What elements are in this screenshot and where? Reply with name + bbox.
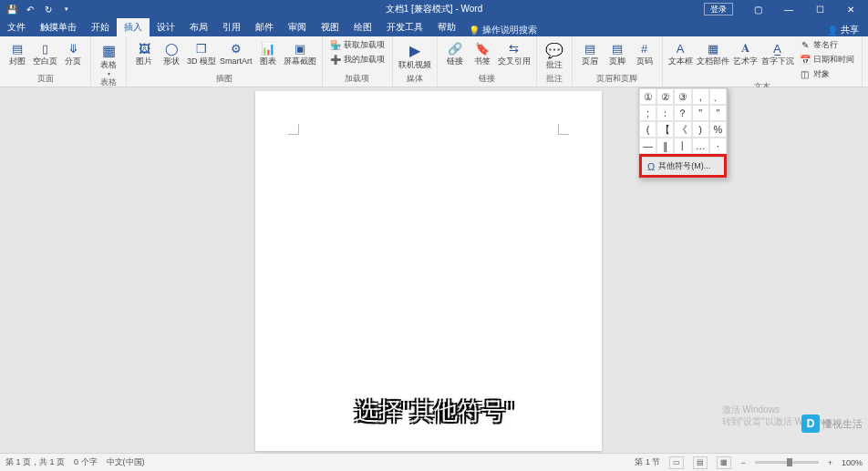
symbol-cell[interactable]: ②	[656, 88, 674, 105]
tab-help[interactable]: 帮助	[430, 18, 463, 36]
zoom-level[interactable]: 100%	[842, 458, 863, 467]
maximize-button[interactable]: ☐	[806, 1, 833, 17]
quick-access-toolbar: 💾 ↶ ↻ ▾	[0, 3, 73, 15]
undo-icon[interactable]: ↶	[24, 3, 36, 15]
symbol-cell[interactable]: —	[639, 138, 656, 154]
tab-mailings[interactable]: 邮件	[248, 18, 281, 36]
group-comments: 💬批注 批注	[537, 36, 573, 87]
tab-home[interactable]: 开始	[84, 18, 117, 36]
symbol-cell[interactable]: "	[692, 105, 709, 121]
login-button[interactable]: 登录	[704, 3, 733, 15]
tab-view[interactable]: 视图	[314, 18, 346, 36]
table-button[interactable]: ▦表格▾	[97, 38, 120, 77]
group-text: A文本框 ▦文档部件 𝐀艺术字 A̲首字下沉 ✎签名行 📅日期和时间 ◫对象 文…	[663, 36, 863, 87]
object-button[interactable]: ◫对象	[798, 67, 856, 81]
group-pages-label: 页面	[5, 73, 85, 86]
symbol-cell[interactable]: …	[692, 138, 709, 154]
symbol-cell[interactable]: 【	[656, 121, 674, 138]
blank-page-button[interactable]: ▯空白页	[33, 38, 57, 66]
tab-review[interactable]: 审阅	[281, 18, 314, 36]
tab-devtools[interactable]: 开发工具	[379, 18, 430, 36]
tab-design[interactable]: 设计	[150, 18, 182, 36]
symbol-cell[interactable]: ：	[656, 105, 674, 121]
tab-layout[interactable]: 布局	[182, 18, 215, 36]
symbol-cell[interactable]: ;	[639, 105, 656, 121]
symbol-cell[interactable]: "	[709, 105, 727, 121]
page-break-button[interactable]: ⤋分页	[61, 38, 85, 66]
tab-file[interactable]: 文件	[0, 18, 33, 36]
group-illustrations: 🖼图片 ◯形状 ❒3D 模型 ⚙SmartArt 📊图表 ▣屏幕截图 插图	[127, 36, 323, 87]
symbol-cell[interactable]: 《	[674, 121, 691, 138]
group-links-label: 链接	[443, 73, 531, 86]
tab-drawing[interactable]: 绘图	[346, 18, 379, 36]
header-button[interactable]: ▤页眉	[578, 38, 602, 66]
link-button[interactable]: 🔗链接	[443, 38, 467, 66]
textbox-icon: A	[672, 40, 688, 56]
shapes-button[interactable]: ◯形状	[160, 38, 183, 66]
symbol-cell[interactable]: (	[639, 121, 656, 138]
word-count-status[interactable]: 0 个字	[74, 456, 98, 468]
symbol-cell[interactable]: %	[709, 121, 727, 138]
signature-button[interactable]: ✎签名行	[798, 38, 856, 52]
footer-button[interactable]: ▤页脚	[605, 38, 629, 66]
tab-references[interactable]: 引用	[215, 18, 248, 36]
pictures-button[interactable]: 🖼图片	[132, 38, 156, 66]
share-label: 共享	[841, 24, 859, 36]
crossref-button[interactable]: ⇆交叉引用	[498, 38, 531, 66]
print-layout-button[interactable]: ▤	[693, 456, 708, 469]
share-button[interactable]: 👤 共享	[818, 24, 868, 36]
tutorial-caption: 选择"其他符号"	[355, 395, 513, 427]
section-status[interactable]: 第 1 节	[635, 456, 660, 468]
page-count-status[interactable]: 第 1 页，共 1 页	[5, 456, 65, 468]
signature-icon: ✎	[800, 40, 811, 51]
pagenum-button[interactable]: #页码	[633, 38, 656, 66]
symbol-cell[interactable]: ？	[674, 105, 691, 121]
ribbon-options-icon[interactable]: ▢	[744, 1, 771, 17]
dropcap-button[interactable]: A̲首字下沉	[761, 38, 794, 66]
comment-button[interactable]: 💬批注	[542, 38, 566, 69]
video-icon: ▶	[405, 40, 425, 60]
zoom-slider[interactable]	[755, 461, 819, 464]
screenshot-button[interactable]: ▣屏幕截图	[284, 38, 316, 66]
datetime-button[interactable]: 📅日期和时间	[798, 53, 856, 67]
smartart-button[interactable]: ⚙SmartArt	[220, 38, 253, 66]
group-illus-label: 插图	[132, 73, 316, 86]
symbol-cell[interactable]: ‖	[656, 138, 674, 154]
get-addins-button[interactable]: 🏪获取加载项	[328, 38, 387, 52]
web-layout-button[interactable]: ▦	[717, 456, 731, 469]
online-video-button[interactable]: ▶联机视频	[398, 38, 431, 69]
more-symbols-button[interactable]: Ω 其他符号(M)...	[642, 157, 724, 175]
3dmodel-button[interactable]: ❒3D 模型	[187, 38, 216, 66]
cover-page-button[interactable]: ▤封图	[5, 38, 29, 66]
zoom-in-button[interactable]: +	[828, 458, 832, 467]
symbol-cell[interactable]: 丨	[674, 138, 691, 154]
chart-button[interactable]: 📊图表	[256, 38, 280, 66]
symbol-cell[interactable]: ③	[674, 88, 691, 105]
bookmark-button[interactable]: 🔖书签	[470, 38, 494, 66]
group-tables: ▦表格▾ 表格	[91, 36, 127, 87]
textbox-button[interactable]: A文本框	[668, 38, 693, 66]
margin-corner-icon	[288, 124, 299, 135]
symbol-cell[interactable]: )	[692, 121, 709, 138]
tab-insert[interactable]: 插入	[117, 18, 150, 36]
qat-dropdown-icon[interactable]: ▾	[60, 3, 73, 15]
symbol-dropdown-panel: ①②③,、;：？""(【《)%—‖丨…· Ω 其他符号(M)...	[638, 87, 728, 179]
my-addins-button[interactable]: ➕我的加载项	[328, 53, 387, 67]
symbol-cell[interactable]: ,	[692, 88, 709, 105]
margin-corner-icon	[558, 124, 569, 135]
close-button[interactable]: ✕	[837, 1, 864, 17]
quickparts-button[interactable]: ▦文档部件	[697, 38, 729, 66]
zoom-out-button[interactable]: −	[740, 458, 745, 467]
symbol-cell[interactable]: ·	[709, 138, 727, 154]
minimize-button[interactable]: —	[775, 1, 802, 17]
tab-compat[interactable]: 触摸单击	[33, 18, 84, 36]
chart-icon: 📊	[260, 40, 276, 56]
redo-icon[interactable]: ↻	[42, 3, 55, 15]
save-icon[interactable]: 💾	[5, 3, 18, 15]
wordart-button[interactable]: 𝐀艺术字	[733, 38, 758, 66]
read-mode-button[interactable]: ▭	[669, 456, 684, 469]
tell-me-search[interactable]: 💡 操作说明搜索	[469, 24, 537, 36]
symbol-cell[interactable]: ①	[639, 88, 656, 105]
language-status[interactable]: 中文(中国)	[107, 456, 145, 468]
symbol-cell[interactable]: 、	[709, 88, 727, 105]
